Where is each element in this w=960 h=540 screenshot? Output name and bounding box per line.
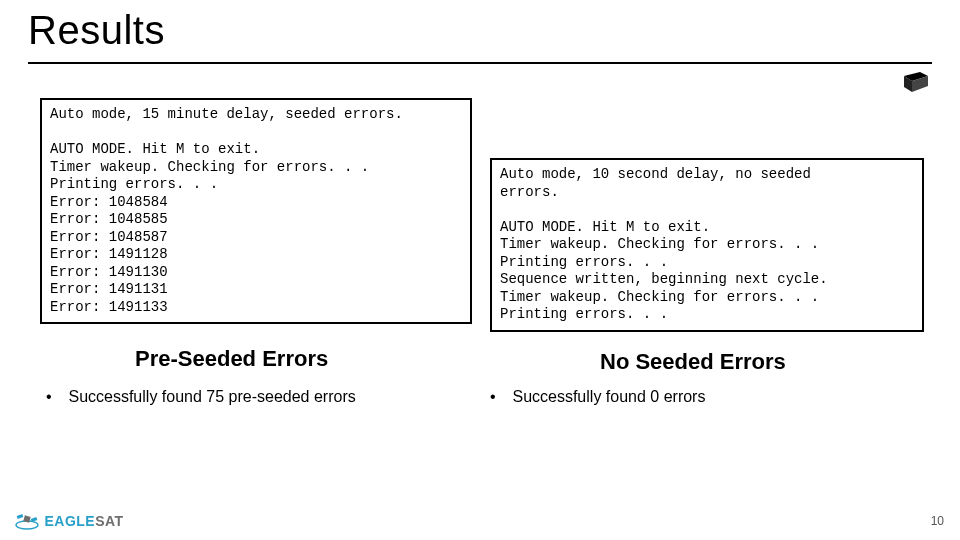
logo-text-a: EAGLE xyxy=(44,513,95,529)
svg-point-3 xyxy=(16,521,38,529)
satellite-icon xyxy=(14,510,40,530)
bullet-left-text: Successfully found 75 pre-seeded errors xyxy=(68,388,355,405)
terminal-right-header: Auto mode, 10 second delay, no seeded er… xyxy=(500,166,811,200)
slide: Results Auto mode, 15 minute delay, seed… xyxy=(0,0,960,540)
page-title: Results xyxy=(28,8,165,53)
svg-rect-5 xyxy=(17,514,24,519)
subheading-right: No Seeded Errors xyxy=(600,349,786,375)
subheading-left: Pre-Seeded Errors xyxy=(135,346,328,372)
terminal-left-body: AUTO MODE. Hit M to exit. Timer wakeup. … xyxy=(50,141,369,315)
footer-logo: EAGLESAT xyxy=(14,510,124,530)
bullet-left: • Successfully found 75 pre-seeded error… xyxy=(46,388,356,406)
logo-text-b: SAT xyxy=(95,513,123,529)
bullet-right: • Successfully found 0 errors xyxy=(490,388,705,406)
bullet-dot-icon: • xyxy=(490,388,508,406)
terminal-right-body: AUTO MODE. Hit M to exit. Timer wakeup. … xyxy=(500,219,828,323)
page-number: 10 xyxy=(931,514,944,528)
terminal-left-header: Auto mode, 15 minute delay, seeded error… xyxy=(50,106,403,122)
bullet-dot-icon: • xyxy=(46,388,64,406)
terminal-output-right: Auto mode, 10 second delay, no seeded er… xyxy=(490,158,924,332)
terminal-output-left: Auto mode, 15 minute delay, seeded error… xyxy=(40,98,472,324)
cube-icon xyxy=(896,70,930,98)
title-underline xyxy=(28,62,932,64)
bullet-right-text: Successfully found 0 errors xyxy=(512,388,705,405)
